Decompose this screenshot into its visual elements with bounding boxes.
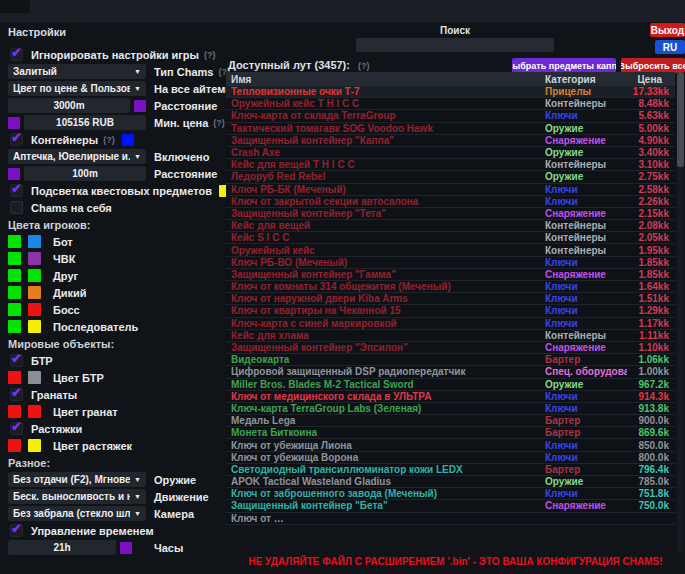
distance-color-swatch[interactable] bbox=[134, 100, 146, 112]
movement-dropdown[interactable]: Беск. выносливость и нет уста bbox=[8, 489, 146, 504]
table-row[interactable]: Защищенный контейнер "Гамма"Снаряжение1.… bbox=[226, 269, 675, 281]
camera-dropdown[interactable]: Без забрала (стекло шлема) bbox=[8, 506, 146, 521]
table-row[interactable]: Ключ-карта с синей маркировкойКлючи1.17k… bbox=[226, 318, 675, 330]
player-hidden-color-swatch[interactable] bbox=[28, 286, 41, 299]
item-name: Защищенный контейнер "Бета" bbox=[226, 500, 545, 511]
table-row[interactable]: Ключ РБ-ВО (Меченый)Ключи1.85kk bbox=[226, 257, 675, 269]
language-button[interactable]: RU bbox=[655, 40, 685, 54]
table-row[interactable]: Кейс для вещей T H I C CКонтейнеры3.10kk bbox=[226, 159, 675, 171]
table-row[interactable]: Ключ-карта TerraGroup Labs (Зеленая)Ключ… bbox=[226, 403, 675, 415]
player-visible-color-swatch[interactable] bbox=[8, 269, 21, 282]
player-visible-color-swatch[interactable] bbox=[8, 252, 21, 265]
table-row[interactable]: Ключ от убежища ВоронаКлючи800.0k bbox=[226, 452, 675, 464]
table-row[interactable]: Кейс для вещейКонтейнеры2.08kk bbox=[226, 220, 675, 232]
table-row[interactable]: Тактический томагавк SOG Voodoo HawkОруж… bbox=[226, 123, 675, 135]
table-row[interactable]: Ключ от … bbox=[226, 513, 675, 525]
tripwires-color-swatch-1[interactable] bbox=[8, 439, 21, 452]
exit-button[interactable]: Выход bbox=[650, 23, 685, 37]
item-price: 796.4k bbox=[627, 464, 675, 475]
table-row[interactable]: Ключ от заброшенного завода (Меченый)Клю… bbox=[226, 488, 675, 500]
table-row[interactable]: Защищенный контейнер "Эпсилон"Снаряжение… bbox=[226, 342, 675, 354]
column-header-category[interactable]: Категория bbox=[545, 74, 627, 85]
loot-distance-color-swatch[interactable] bbox=[8, 168, 20, 180]
table-row[interactable]: Оружейный кейсКонтейнеры1.95kk bbox=[226, 244, 675, 256]
scrollbar-thumb[interactable] bbox=[677, 72, 684, 167]
btr-color-swatch-1[interactable] bbox=[8, 371, 21, 384]
item-price: 3.10kk bbox=[627, 159, 675, 170]
table-row[interactable]: Кейс S I C CКонтейнеры2.05kk bbox=[226, 232, 675, 244]
containers-checkbox[interactable] bbox=[10, 133, 23, 146]
player-hidden-color-swatch[interactable] bbox=[28, 303, 41, 316]
table-row[interactable]: Ключ от убежища ЛионаКлючи850.0k bbox=[226, 439, 675, 451]
table-row[interactable]: Защищенный контейнер "Каппа"Снаряжение4.… bbox=[226, 135, 675, 147]
player-hidden-color-swatch[interactable] bbox=[28, 320, 41, 333]
tripwires-checkbox[interactable] bbox=[10, 422, 23, 435]
table-row[interactable]: Ключ от комнаты 314 общежития (Меченый)К… bbox=[226, 281, 675, 293]
time-control-checkbox[interactable] bbox=[10, 524, 23, 537]
weapon-dropdown[interactable]: Без отдачи (F2), Мгновенное п bbox=[8, 472, 146, 487]
table-row[interactable]: Ключ-карта от склада TerraGroupКлючи5.63… bbox=[226, 110, 675, 122]
player-visible-color-swatch[interactable] bbox=[8, 286, 21, 299]
table-row[interactable]: Crash AxeОружие3.40kk bbox=[226, 147, 675, 159]
table-row[interactable]: Светодиодный трансиллюминатор кожи LEDXБ… bbox=[226, 464, 675, 476]
hours-color-swatch[interactable] bbox=[120, 542, 132, 554]
weapon-row: Без отдачи (F2), Мгновенное п Оружие bbox=[8, 471, 234, 488]
quest-highlight-checkbox[interactable] bbox=[10, 184, 23, 197]
btr-checkbox[interactable] bbox=[10, 354, 23, 367]
distance-input[interactable] bbox=[8, 98, 130, 113]
table-row[interactable]: Ключ от наружной двери Kiba ArmsКлючи1.5… bbox=[226, 293, 675, 305]
table-row[interactable]: Ключ от медицинского склада в УЛЬТРАКлюч… bbox=[226, 391, 675, 403]
min-price-input[interactable] bbox=[24, 115, 146, 130]
table-row[interactable]: Цифровой защищенный DSP радиопередатчикС… bbox=[226, 366, 675, 378]
btr-color-swatch-2[interactable] bbox=[28, 371, 41, 384]
select-kappa-button[interactable]: Выбрать предметы каппа bbox=[512, 58, 616, 73]
table-row[interactable]: ВидеокартаБартер1.06kk bbox=[226, 354, 675, 366]
tripwires-color-swatch-2[interactable] bbox=[28, 439, 41, 452]
table-row[interactable]: Ключ от квартиры на Чеканной 15Ключи1.29… bbox=[226, 305, 675, 317]
containers-color-swatch[interactable] bbox=[122, 134, 134, 146]
table-row[interactable]: Медаль LegaБартер900.0k bbox=[226, 415, 675, 427]
hours-input[interactable] bbox=[8, 540, 116, 555]
player-hidden-color-swatch[interactable] bbox=[28, 235, 41, 248]
table-row[interactable]: Miller Bros. Blades M-2 Tactical SwordОр… bbox=[226, 379, 675, 391]
help-hint[interactable]: (?) bbox=[103, 135, 115, 145]
column-header-name[interactable]: Имя bbox=[226, 74, 545, 85]
player-visible-color-swatch[interactable] bbox=[8, 320, 21, 333]
table-row[interactable]: Защищенный контейнер "Тета"Снаряжение2.1… bbox=[226, 208, 675, 220]
loot-filter-dropdown[interactable]: Аптечка, Ювелирные и... bbox=[8, 149, 146, 164]
item-category: Ключи bbox=[545, 403, 627, 414]
color-mode-dropdown[interactable]: Цвет по цене & Пользователь bbox=[8, 81, 146, 96]
loot-distance-input[interactable] bbox=[24, 166, 146, 181]
player-visible-color-swatch[interactable] bbox=[8, 303, 21, 316]
time-control-label: Управление временем bbox=[31, 525, 154, 537]
chams-self-checkbox[interactable] bbox=[10, 201, 23, 214]
grenades-color-swatch-2[interactable] bbox=[28, 405, 41, 418]
drop-all-button[interactable]: Выбросить все bbox=[621, 58, 685, 73]
player-hidden-color-swatch[interactable] bbox=[28, 269, 41, 282]
table-row[interactable]: APOK Tactical Wasteland GladiusОружие785… bbox=[226, 476, 675, 488]
chams-type-dropdown[interactable]: Залитый bbox=[8, 64, 146, 79]
ignore-game-settings-checkbox[interactable] bbox=[10, 48, 23, 61]
grenades-color-row: Цвет гранат bbox=[8, 403, 234, 420]
column-header-price[interactable]: Цена bbox=[627, 74, 675, 85]
table-row[interactable]: Монета БиткоинаБартер869.6k bbox=[226, 427, 675, 439]
table-row[interactable]: Кейс для хламаКонтейнеры1.11kk bbox=[226, 330, 675, 342]
search-input[interactable] bbox=[356, 38, 554, 52]
table-scrollbar[interactable] bbox=[677, 72, 684, 553]
grenades-color-swatch-1[interactable] bbox=[8, 405, 21, 418]
help-hint[interactable]: (?) bbox=[213, 118, 225, 128]
table-row[interactable]: Оружейный кейс T H I C CКонтейнеры8.48kk bbox=[226, 98, 675, 110]
table-row[interactable]: Ледоруб Red RebelОружие2.75kk bbox=[226, 171, 675, 183]
player-hidden-color-swatch[interactable] bbox=[28, 252, 41, 265]
grenades-checkbox[interactable] bbox=[10, 388, 23, 401]
help-hint[interactable]: (?) bbox=[358, 61, 370, 71]
min-price-color-swatch[interactable] bbox=[8, 117, 20, 129]
table-row[interactable]: Тепловизионные очки Т-7Прицелы17.33kk bbox=[226, 86, 675, 98]
item-price: 1.85kk bbox=[627, 257, 675, 268]
table-row[interactable]: Ключ от закрытой секции автосалонаКлючи2… bbox=[226, 196, 675, 208]
item-price: 800.0k bbox=[627, 452, 675, 463]
help-hint[interactable]: (?) bbox=[204, 50, 216, 60]
table-row[interactable]: Защищенный контейнер "Бета"Снаряжение750… bbox=[226, 500, 675, 512]
table-row[interactable]: Ключ РБ-БК (Меченый)Ключи2.58kk bbox=[226, 184, 675, 196]
player-visible-color-swatch[interactable] bbox=[8, 235, 21, 248]
